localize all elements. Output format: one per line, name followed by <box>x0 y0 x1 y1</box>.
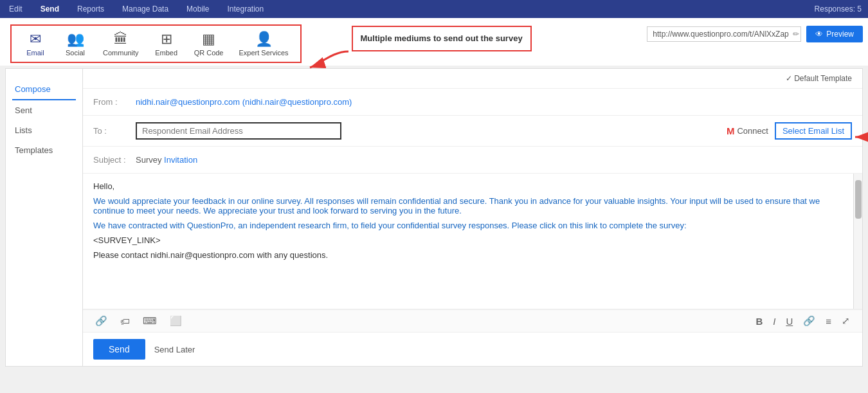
bold-btn[interactable]: B <box>752 315 766 328</box>
send-toolbar: ✉ Email 👥 Social 🏛 Community ⊞ Embed ▦ Q… <box>10 24 302 63</box>
url-bar: http://www.questionpro.com/t/ANlXxZap ✏ <box>647 26 801 42</box>
toolbar-community[interactable]: 🏛 Community <box>96 28 145 59</box>
email-body-content[interactable]: Hello, We would appreciate your feedback… <box>83 174 853 309</box>
toolbar-qr-label: QR Code <box>194 49 224 57</box>
toolbar-embed[interactable]: ⊞ Embed <box>148 28 185 59</box>
from-value: nidhi.nair@questionpro.com (nidhi.nair@q… <box>136 97 852 107</box>
sidebar-item-sent[interactable]: Sent <box>12 100 76 120</box>
gmail-connect[interactable]: M Connect <box>727 125 768 136</box>
eye-icon: 👁 <box>815 30 823 39</box>
embed-icon: ⊞ <box>161 31 172 48</box>
nav-edit[interactable]: Edit <box>6 1 25 17</box>
toolbar-social[interactable]: 👥 Social <box>57 28 94 59</box>
default-template-label[interactable]: ✓ Default Template <box>786 74 852 83</box>
social-icon: 👥 <box>67 31 84 48</box>
toolbar-email[interactable]: ✉ Email <box>17 28 54 59</box>
gmail-m-icon: M <box>727 125 735 136</box>
subject-value: Survey Invitation <box>136 155 197 165</box>
default-template-bar: ✓ Default Template <box>83 69 862 89</box>
from-label: From : <box>93 97 132 107</box>
sidebar-item-templates[interactable]: Templates <box>12 140 76 160</box>
keyboard-btn[interactable]: ⌨ <box>140 314 160 328</box>
subject-row: Subject : Survey Invitation <box>83 147 862 174</box>
sidebar-item-compose[interactable]: Compose <box>12 79 76 100</box>
to-row: To : M Connect Select Email List <box>83 116 862 147</box>
select-email-list-button[interactable]: Select Email List <box>775 122 852 140</box>
preview-label: Preview <box>826 30 854 39</box>
body-contact: Please contact nidhi.nair@questionpro.co… <box>93 250 843 260</box>
from-row: From : nidhi.nair@questionpro.com (nidhi… <box>83 89 862 116</box>
to-row-right: M Connect Select Email List <box>727 122 852 140</box>
select-email-list-wrapper: Select Email List Import contacts an <box>775 122 852 140</box>
send-area: Send Send Later <box>83 332 862 366</box>
body-survey-link: <SURVEY_LINK> <box>93 235 843 245</box>
connect-label: Connect <box>737 126 768 136</box>
send-button[interactable]: Send <box>93 339 145 360</box>
preview-button[interactable]: 👁 Preview <box>806 26 863 42</box>
top-nav: Edit Send Reports Manage Data Mobile Int… <box>0 0 868 18</box>
from-email: nidhi.nair@questionpro.com <box>136 97 240 107</box>
insert-box-btn[interactable]: ⬜ <box>167 314 185 328</box>
body-paragraph2: We have contracted with QuestionPro, an … <box>93 221 843 230</box>
insert-link-btn[interactable]: 🔗 <box>92 314 111 328</box>
underline-btn[interactable]: U <box>782 315 796 328</box>
toolbar-embed-label: Embed <box>155 49 177 57</box>
sidebar-item-lists[interactable]: Lists <box>12 120 76 140</box>
body-paragraph1: We would appreciate your feedback in our… <box>93 196 843 215</box>
qr-code-icon: ▦ <box>202 31 215 48</box>
nav-mobile[interactable]: Mobile <box>184 1 212 17</box>
editor-toolbar-right: B I U 🔗 ≡ ⤢ <box>752 314 853 328</box>
email-body-section: Hello, We would appreciate your feedback… <box>83 174 862 309</box>
to-input[interactable] <box>136 122 341 140</box>
body-hello: Hello, <box>93 181 843 191</box>
nav-send[interactable]: Send <box>38 1 62 17</box>
from-alias-text: (nidhi.nair@questionpro.com) <box>242 97 352 107</box>
align-btn[interactable]: ≡ <box>822 315 835 328</box>
toolbar-expert-label: Expert Services <box>239 49 288 57</box>
toolbar-email-label: Email <box>26 49 44 57</box>
url-text: http://www.questionpro.com/t/ANlXxZap <box>653 30 788 39</box>
toolbar-social-label: Social <box>66 49 85 57</box>
nav-manage-data[interactable]: Manage Data <box>120 1 171 17</box>
toolbar-qr-code[interactable]: ▦ QR Code <box>188 28 230 59</box>
to-label: To : <box>93 126 132 136</box>
email-content: ✓ Default Template From : nidhi.nair@que… <box>83 69 862 366</box>
subject-invitation: Invitation <box>164 155 197 165</box>
top-nav-left: Edit Send Reports Manage Data Mobile Int… <box>6 1 266 17</box>
toolbar-expert-services[interactable]: 👤 Expert Services <box>232 28 294 59</box>
scrollbar-thumb[interactable] <box>855 180 862 219</box>
nav-reports[interactable]: Reports <box>75 1 107 17</box>
hyperlink-btn[interactable]: 🔗 <box>800 314 818 328</box>
email-icon: ✉ <box>30 31 41 48</box>
insert-tag-btn[interactable]: 🏷 <box>117 314 133 328</box>
page-wrapper: Edit Send Reports Manage Data Mobile Int… <box>0 0 868 393</box>
subject-label: Subject : <box>93 155 132 165</box>
nav-integration[interactable]: Integration <box>224 1 266 17</box>
responses-badge: Responses: 5 <box>815 5 862 14</box>
community-icon: 🏛 <box>114 31 128 48</box>
editor-toolbar-left: 🔗 🏷 ⌨ ⬜ <box>92 314 746 328</box>
edit-url-icon[interactable]: ✏ <box>793 30 799 39</box>
send-later-button[interactable]: Send Later <box>154 345 195 354</box>
sidebar: Compose Sent Lists Templates <box>6 69 83 366</box>
subject-survey: Survey <box>136 155 164 165</box>
resize-btn[interactable]: ⤢ <box>838 314 853 328</box>
editor-toolbar: 🔗 🏷 ⌨ ⬜ B I U 🔗 ≡ ⤢ <box>83 309 862 332</box>
toolbar-community-label: Community <box>103 49 139 57</box>
arrow-svg-1 <box>307 32 352 71</box>
scrollbar-track[interactable] <box>853 174 862 309</box>
italic-btn[interactable]: I <box>770 315 779 328</box>
expert-icon: 👤 <box>255 31 273 48</box>
arrow-svg-2 <box>852 125 868 151</box>
main-layout: Compose Sent Lists Templates ✓ Default T… <box>5 68 863 367</box>
annotation-multiple-mediums: Multiple mediums to send out the survey <box>352 26 532 51</box>
